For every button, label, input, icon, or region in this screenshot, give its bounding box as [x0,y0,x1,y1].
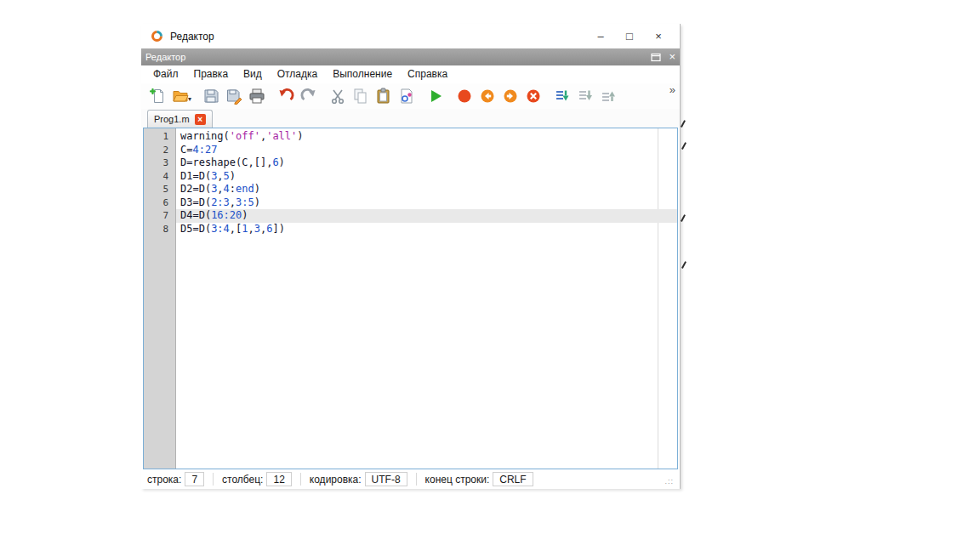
edge-mark [681,142,687,150]
new-script-button[interactable] [145,85,168,107]
code-token: 'all' [266,130,297,142]
menu-item-file[interactable]: Файл [145,65,186,83]
code-token: ,[ [230,223,242,235]
tab-close-icon[interactable]: × [195,114,206,125]
code-token: end [236,183,254,195]
status-line-label: строка: [147,474,181,486]
minimize-button[interactable]: – [586,24,615,48]
resize-grip[interactable]: .:: [664,477,674,486]
paste-button[interactable] [372,85,395,107]
run-button[interactable] [424,85,447,107]
code-line[interactable]: D=reshape(C,[],6) [176,156,677,170]
dock-title: Редактор [145,52,185,62]
menu-item-help[interactable]: Справка [400,65,455,83]
code-token: 1 [242,223,248,235]
open-dropdown-icon[interactable]: ▾ [188,95,191,103]
step-in-button[interactable] [573,85,596,107]
dock-close-button[interactable]: × [669,48,675,65]
code-line[interactable]: D1=D(3,5) [176,170,677,184]
code-line[interactable]: D5=D(3:4,[1,3,6]) [176,223,677,236]
menu-bar: Файл Правка Вид Отладка Выполнение Справ… [141,65,680,83]
step-out-icon [600,88,617,105]
code-token: 6 [272,156,278,168]
paste-icon [375,88,392,105]
copy-button[interactable] [349,85,372,107]
octave-logo-graphic [150,29,164,43]
code-token: , [248,223,254,235]
code-token: , [217,170,223,182]
save-as-button[interactable] [222,85,245,107]
cut-button[interactable] [326,85,349,107]
toolbar-overflow-button[interactable]: » [669,83,675,97]
status-encoding-value: UTF-8 [365,472,407,486]
save-as-icon [225,88,242,105]
line-number: 3 [144,156,175,170]
code-token: warning( [180,130,230,142]
dock-controls: × [651,48,675,65]
maximize-button[interactable]: □ [615,24,644,48]
code-token: 3:4 [211,223,230,235]
close-button[interactable]: × [644,24,673,48]
remove-breakpoints-button[interactable] [521,85,544,107]
new-file-icon [149,88,166,105]
code-token: , [230,196,236,208]
title-bar: Редактор – □ × [141,24,680,48]
undock-glyph [651,53,661,62]
code-token: D1=D( [180,170,211,182]
step-button[interactable] [550,85,573,107]
code-line[interactable]: D4=D(16:20) [176,209,677,223]
undo-button[interactable] [274,85,297,107]
find-icon [398,88,415,105]
prev-breakpoint-button[interactable] [476,85,499,107]
code-lines: warning('off','all')C=4:27D=reshape(C,[]… [176,130,677,236]
next-breakpoint-button[interactable] [499,85,521,107]
remove-breakpoints-icon [525,88,542,105]
code-line[interactable]: warning('off','all') [176,130,677,144]
menu-item-run[interactable]: Выполнение [325,65,400,83]
code-token: 4:27 [192,144,217,156]
tab-prog1[interactable]: Prog1.m × [147,110,213,128]
line-number: 2 [144,144,175,157]
save-button[interactable] [199,85,222,107]
line-number: 4 [144,170,175,184]
line-number: 1 [144,130,175,144]
redo-button[interactable] [297,85,320,107]
undock-icon[interactable] [651,53,661,62]
status-divider [213,473,214,486]
edge-mark [681,120,686,128]
status-column-value: 12 [266,472,291,486]
code-token: 5 [224,170,230,182]
step-out-button[interactable] [596,85,619,107]
tab-bar: Prog1.m × [141,109,680,128]
code-line[interactable]: C=4:27 [176,144,677,157]
code-line[interactable]: D3=D(2:3,3:5) [176,196,677,210]
code-token: 2:3 [211,196,230,208]
code-token: , [217,183,223,195]
toolbar: ▾ [141,83,680,109]
line-number: 7 [144,209,175,223]
status-column-label: столбец: [222,474,263,486]
code-token: 'off' [230,130,260,142]
status-divider [416,473,417,486]
step-icon [554,88,571,105]
code-line[interactable]: D2=D(3,4:end) [176,183,677,196]
code-token: D3=D( [180,196,211,208]
edge-mark [681,214,686,222]
menu-item-debug[interactable]: Отладка [270,65,325,83]
toggle-breakpoint-button[interactable] [453,85,476,107]
print-icon [248,88,265,105]
code-token: ) [297,130,303,142]
code-token: ) [242,209,248,221]
status-line-value: 7 [185,472,204,486]
menu-item-view[interactable]: Вид [236,65,270,83]
status-eol-label: конец строки: [425,474,490,486]
undo-icon [277,88,294,105]
status-eol-value: CRLF [493,472,533,486]
line-number: 5 [144,183,175,196]
find-replace-button[interactable] [395,85,418,107]
print-button[interactable] [245,85,268,107]
code-token: D5=D( [180,223,211,235]
code-token: D=reshape(C,[], [180,156,272,168]
code-area[interactable]: warning('off','all')C=4:27D=reshape(C,[]… [176,128,677,469]
menu-item-edit[interactable]: Правка [186,65,236,83]
